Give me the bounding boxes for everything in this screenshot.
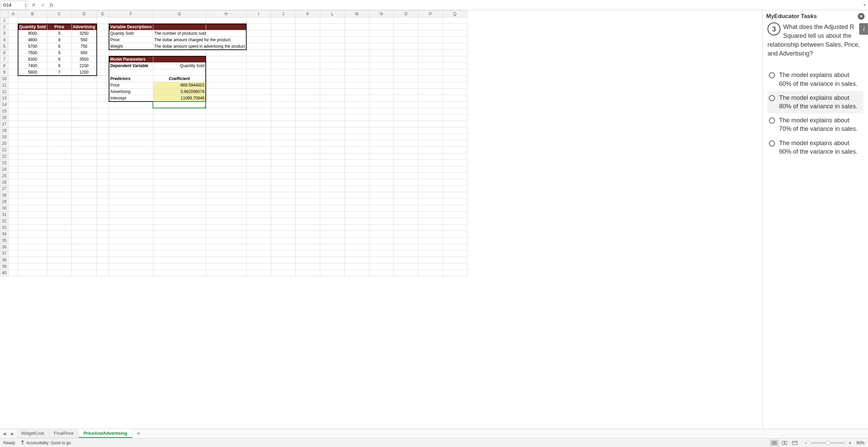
cell-N38[interactable] [369, 257, 393, 263]
cell-E3[interactable] [97, 30, 109, 37]
cell-D22[interactable] [72, 153, 97, 160]
cell-O3[interactable] [393, 30, 418, 37]
cell-K33[interactable] [295, 225, 320, 231]
row-header-1[interactable]: 1 [0, 17, 9, 24]
cell-O29[interactable] [393, 199, 418, 205]
cell-J1[interactable] [271, 17, 295, 24]
cell-A12[interactable] [9, 89, 18, 95]
cell-G37[interactable] [153, 250, 206, 257]
cell-J19[interactable] [271, 134, 295, 140]
cell-E9[interactable] [97, 69, 109, 76]
cell-J34[interactable] [271, 231, 295, 237]
cell-I26[interactable] [246, 179, 271, 186]
cell-L30[interactable] [320, 205, 344, 212]
cell-K19[interactable] [295, 134, 320, 140]
spreadsheet[interactable]: ABCDEFGHIJKLMNOPQ12Quantity SoldPriceAdv… [0, 10, 762, 429]
cell-P12[interactable] [418, 89, 443, 95]
cell-Q11[interactable] [443, 82, 467, 89]
row-header-17[interactable]: 17 [0, 121, 9, 127]
cell-J20[interactable] [271, 140, 295, 147]
cell-J15[interactable] [271, 108, 295, 114]
cell-C38[interactable] [47, 257, 72, 263]
cell-O22[interactable] [393, 153, 418, 160]
cell-C17[interactable] [47, 121, 72, 127]
cell-F34[interactable] [109, 231, 153, 237]
cell-O38[interactable] [393, 257, 418, 263]
cell-D17[interactable] [72, 121, 97, 127]
cell-J17[interactable] [271, 121, 295, 127]
cell-M36[interactable] [344, 244, 369, 250]
cell-O28[interactable] [393, 192, 418, 199]
cell-E4[interactable] [97, 37, 109, 43]
cell-H27[interactable] [206, 186, 246, 192]
cell-E39[interactable] [97, 263, 109, 270]
cell-O14[interactable] [393, 102, 418, 108]
cell-F11[interactable]: Price [109, 82, 153, 89]
col-header-O[interactable]: O [393, 11, 418, 17]
cell-K40[interactable] [295, 270, 320, 276]
cell-O39[interactable] [393, 263, 418, 270]
cell-K32[interactable] [295, 218, 320, 225]
cell-I21[interactable] [246, 147, 271, 153]
cancel-icon[interactable]: ✕ [29, 1, 38, 10]
cell-E29[interactable] [97, 199, 109, 205]
cell-K27[interactable] [295, 186, 320, 192]
cell-K2[interactable] [295, 24, 320, 30]
cell-J11[interactable] [271, 82, 295, 89]
cell-A40[interactable] [9, 270, 18, 276]
cell-B9[interactable]: 5800 [18, 69, 47, 76]
cell-A2[interactable] [9, 24, 18, 30]
cell-H35[interactable] [206, 237, 246, 244]
cell-A4[interactable] [9, 37, 18, 43]
cell-G27[interactable] [153, 186, 206, 192]
close-icon[interactable]: ✕ [858, 13, 865, 20]
cell-I28[interactable] [246, 192, 271, 199]
cell-L12[interactable] [320, 89, 344, 95]
cell-D8[interactable]: 2150 [72, 63, 97, 69]
cell-C33[interactable] [47, 225, 72, 231]
row-header-40[interactable]: 40 [0, 270, 9, 276]
cell-F10[interactable]: Predictors [109, 76, 153, 82]
cell-P7[interactable] [418, 56, 443, 63]
cell-N33[interactable] [369, 225, 393, 231]
cell-K13[interactable] [295, 95, 320, 102]
row-header-12[interactable]: 12 [0, 89, 9, 95]
cell-N36[interactable] [369, 244, 393, 250]
cell-Q8[interactable] [443, 63, 467, 69]
cell-K26[interactable] [295, 179, 320, 186]
cell-O19[interactable] [393, 134, 418, 140]
cell-Q3[interactable] [443, 30, 467, 37]
cell-E21[interactable] [97, 147, 109, 153]
cell-G30[interactable] [153, 205, 206, 212]
cell-K3[interactable] [295, 30, 320, 37]
cell-N31[interactable] [369, 212, 393, 218]
cell-K39[interactable] [295, 263, 320, 270]
row-header-25[interactable]: 25 [0, 173, 9, 179]
cell-B3[interactable]: 9000 [18, 30, 47, 37]
cell-C9[interactable]: 7 [47, 69, 72, 76]
view-normal-icon[interactable] [770, 440, 779, 446]
cell-K20[interactable] [295, 140, 320, 147]
cell-C22[interactable] [47, 153, 72, 160]
cell-L18[interactable] [320, 127, 344, 134]
cell-H31[interactable] [206, 212, 246, 218]
cell-L28[interactable] [320, 192, 344, 199]
cell-M16[interactable] [344, 114, 369, 121]
cell-O37[interactable] [393, 250, 418, 257]
cell-N25[interactable] [369, 173, 393, 179]
cell-A5[interactable] [9, 43, 18, 50]
cell-H40[interactable] [206, 270, 246, 276]
cell-M14[interactable] [344, 102, 369, 108]
cell-N35[interactable] [369, 237, 393, 244]
cell-F9[interactable] [109, 69, 153, 76]
cell-N9[interactable] [369, 69, 393, 76]
cell-P20[interactable] [418, 140, 443, 147]
cell-Q17[interactable] [443, 121, 467, 127]
cell-A9[interactable] [9, 69, 18, 76]
cell-G6[interactable] [153, 50, 206, 56]
cell-L33[interactable] [320, 225, 344, 231]
cell-I15[interactable] [246, 108, 271, 114]
cell-L25[interactable] [320, 173, 344, 179]
cell-K36[interactable] [295, 244, 320, 250]
cell-Q4[interactable] [443, 37, 467, 43]
